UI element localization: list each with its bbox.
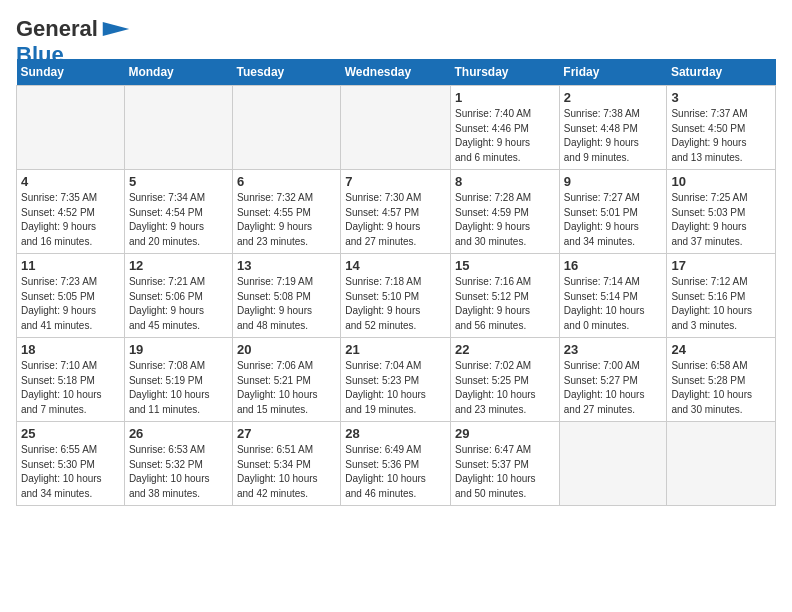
- day-detail: Sunrise: 7:02 AM Sunset: 5:25 PM Dayligh…: [455, 359, 555, 417]
- day-detail: Sunrise: 7:10 AM Sunset: 5:18 PM Dayligh…: [21, 359, 120, 417]
- calendar-cell: 4Sunrise: 7:35 AM Sunset: 4:52 PM Daylig…: [17, 170, 125, 254]
- calendar-table: SundayMondayTuesdayWednesdayThursdayFrid…: [16, 59, 776, 506]
- day-number: 18: [21, 342, 120, 357]
- day-detail: Sunrise: 7:19 AM Sunset: 5:08 PM Dayligh…: [237, 275, 336, 333]
- day-detail: Sunrise: 6:47 AM Sunset: 5:37 PM Dayligh…: [455, 443, 555, 501]
- calendar-week-2: 4Sunrise: 7:35 AM Sunset: 4:52 PM Daylig…: [17, 170, 776, 254]
- calendar-cell: 29Sunrise: 6:47 AM Sunset: 5:37 PM Dayli…: [451, 422, 560, 506]
- day-detail: Sunrise: 7:06 AM Sunset: 5:21 PM Dayligh…: [237, 359, 336, 417]
- day-number: 9: [564, 174, 663, 189]
- day-number: 13: [237, 258, 336, 273]
- day-detail: Sunrise: 7:32 AM Sunset: 4:55 PM Dayligh…: [237, 191, 336, 249]
- calendar-week-5: 25Sunrise: 6:55 AM Sunset: 5:30 PM Dayli…: [17, 422, 776, 506]
- day-detail: Sunrise: 7:00 AM Sunset: 5:27 PM Dayligh…: [564, 359, 663, 417]
- day-number: 11: [21, 258, 120, 273]
- calendar-cell: 7Sunrise: 7:30 AM Sunset: 4:57 PM Daylig…: [341, 170, 451, 254]
- calendar-cell: 19Sunrise: 7:08 AM Sunset: 5:19 PM Dayli…: [124, 338, 232, 422]
- day-number: 17: [671, 258, 771, 273]
- calendar-cell: 18Sunrise: 7:10 AM Sunset: 5:18 PM Dayli…: [17, 338, 125, 422]
- day-number: 1: [455, 90, 555, 105]
- day-detail: Sunrise: 6:58 AM Sunset: 5:28 PM Dayligh…: [671, 359, 771, 417]
- logo-general-text: General: [16, 16, 98, 42]
- day-detail: Sunrise: 7:14 AM Sunset: 5:14 PM Dayligh…: [564, 275, 663, 333]
- calendar-cell: 1Sunrise: 7:40 AM Sunset: 4:46 PM Daylig…: [451, 86, 560, 170]
- calendar-cell: 21Sunrise: 7:04 AM Sunset: 5:23 PM Dayli…: [341, 338, 451, 422]
- calendar-cell: 23Sunrise: 7:00 AM Sunset: 5:27 PM Dayli…: [559, 338, 667, 422]
- calendar-cell: 26Sunrise: 6:53 AM Sunset: 5:32 PM Dayli…: [124, 422, 232, 506]
- day-number: 10: [671, 174, 771, 189]
- weekday-header-thursday: Thursday: [451, 59, 560, 86]
- day-number: 21: [345, 342, 446, 357]
- day-number: 22: [455, 342, 555, 357]
- day-detail: Sunrise: 7:28 AM Sunset: 4:59 PM Dayligh…: [455, 191, 555, 249]
- calendar-body: 1Sunrise: 7:40 AM Sunset: 4:46 PM Daylig…: [17, 86, 776, 506]
- logo-blue-bar: Blue: [16, 44, 50, 49]
- day-detail: Sunrise: 7:18 AM Sunset: 5:10 PM Dayligh…: [345, 275, 446, 333]
- calendar-cell: 13Sunrise: 7:19 AM Sunset: 5:08 PM Dayli…: [232, 254, 340, 338]
- day-detail: Sunrise: 7:04 AM Sunset: 5:23 PM Dayligh…: [345, 359, 446, 417]
- day-number: 5: [129, 174, 228, 189]
- logo-arrow-icon: [102, 22, 130, 36]
- weekday-header-wednesday: Wednesday: [341, 59, 451, 86]
- day-number: 29: [455, 426, 555, 441]
- day-number: 25: [21, 426, 120, 441]
- calendar-week-1: 1Sunrise: 7:40 AM Sunset: 4:46 PM Daylig…: [17, 86, 776, 170]
- day-detail: Sunrise: 7:23 AM Sunset: 5:05 PM Dayligh…: [21, 275, 120, 333]
- calendar-cell: 2Sunrise: 7:38 AM Sunset: 4:48 PM Daylig…: [559, 86, 667, 170]
- day-detail: Sunrise: 6:55 AM Sunset: 5:30 PM Dayligh…: [21, 443, 120, 501]
- calendar-cell: [667, 422, 776, 506]
- calendar-cell: [341, 86, 451, 170]
- day-number: 20: [237, 342, 336, 357]
- day-number: 24: [671, 342, 771, 357]
- day-detail: Sunrise: 6:51 AM Sunset: 5:34 PM Dayligh…: [237, 443, 336, 501]
- day-number: 3: [671, 90, 771, 105]
- calendar-cell: 17Sunrise: 7:12 AM Sunset: 5:16 PM Dayli…: [667, 254, 776, 338]
- calendar-cell: 25Sunrise: 6:55 AM Sunset: 5:30 PM Dayli…: [17, 422, 125, 506]
- day-number: 19: [129, 342, 228, 357]
- day-detail: Sunrise: 6:53 AM Sunset: 5:32 PM Dayligh…: [129, 443, 228, 501]
- day-number: 2: [564, 90, 663, 105]
- day-number: 8: [455, 174, 555, 189]
- calendar-cell: 16Sunrise: 7:14 AM Sunset: 5:14 PM Dayli…: [559, 254, 667, 338]
- logo-blue-text: Blue: [16, 42, 64, 67]
- calendar-cell: 20Sunrise: 7:06 AM Sunset: 5:21 PM Dayli…: [232, 338, 340, 422]
- day-number: 12: [129, 258, 228, 273]
- calendar-cell: [17, 86, 125, 170]
- calendar-cell: 8Sunrise: 7:28 AM Sunset: 4:59 PM Daylig…: [451, 170, 560, 254]
- calendar-cell: 10Sunrise: 7:25 AM Sunset: 5:03 PM Dayli…: [667, 170, 776, 254]
- day-number: 26: [129, 426, 228, 441]
- calendar-cell: 14Sunrise: 7:18 AM Sunset: 5:10 PM Dayli…: [341, 254, 451, 338]
- weekday-header-tuesday: Tuesday: [232, 59, 340, 86]
- calendar-cell: [559, 422, 667, 506]
- weekday-header-saturday: Saturday: [667, 59, 776, 86]
- day-number: 15: [455, 258, 555, 273]
- day-number: 16: [564, 258, 663, 273]
- calendar-cell: 27Sunrise: 6:51 AM Sunset: 5:34 PM Dayli…: [232, 422, 340, 506]
- calendar-cell: 22Sunrise: 7:02 AM Sunset: 5:25 PM Dayli…: [451, 338, 560, 422]
- day-detail: Sunrise: 7:40 AM Sunset: 4:46 PM Dayligh…: [455, 107, 555, 165]
- day-number: 4: [21, 174, 120, 189]
- day-detail: Sunrise: 7:27 AM Sunset: 5:01 PM Dayligh…: [564, 191, 663, 249]
- day-detail: Sunrise: 7:21 AM Sunset: 5:06 PM Dayligh…: [129, 275, 228, 333]
- logo: General Blue: [16, 16, 130, 49]
- day-detail: Sunrise: 7:12 AM Sunset: 5:16 PM Dayligh…: [671, 275, 771, 333]
- day-detail: Sunrise: 7:25 AM Sunset: 5:03 PM Dayligh…: [671, 191, 771, 249]
- day-number: 27: [237, 426, 336, 441]
- calendar-cell: 24Sunrise: 6:58 AM Sunset: 5:28 PM Dayli…: [667, 338, 776, 422]
- day-detail: Sunrise: 7:37 AM Sunset: 4:50 PM Dayligh…: [671, 107, 771, 165]
- svg-marker-0: [103, 22, 129, 36]
- day-detail: Sunrise: 7:08 AM Sunset: 5:19 PM Dayligh…: [129, 359, 228, 417]
- calendar-cell: [232, 86, 340, 170]
- calendar-cell: 28Sunrise: 6:49 AM Sunset: 5:36 PM Dayli…: [341, 422, 451, 506]
- day-detail: Sunrise: 7:30 AM Sunset: 4:57 PM Dayligh…: [345, 191, 446, 249]
- calendar-cell: 6Sunrise: 7:32 AM Sunset: 4:55 PM Daylig…: [232, 170, 340, 254]
- calendar-cell: 11Sunrise: 7:23 AM Sunset: 5:05 PM Dayli…: [17, 254, 125, 338]
- calendar-cell: 5Sunrise: 7:34 AM Sunset: 4:54 PM Daylig…: [124, 170, 232, 254]
- calendar-cell: 12Sunrise: 7:21 AM Sunset: 5:06 PM Dayli…: [124, 254, 232, 338]
- day-number: 14: [345, 258, 446, 273]
- day-detail: Sunrise: 6:49 AM Sunset: 5:36 PM Dayligh…: [345, 443, 446, 501]
- calendar-cell: 15Sunrise: 7:16 AM Sunset: 5:12 PM Dayli…: [451, 254, 560, 338]
- calendar-cell: 3Sunrise: 7:37 AM Sunset: 4:50 PM Daylig…: [667, 86, 776, 170]
- day-detail: Sunrise: 7:38 AM Sunset: 4:48 PM Dayligh…: [564, 107, 663, 165]
- calendar-cell: 9Sunrise: 7:27 AM Sunset: 5:01 PM Daylig…: [559, 170, 667, 254]
